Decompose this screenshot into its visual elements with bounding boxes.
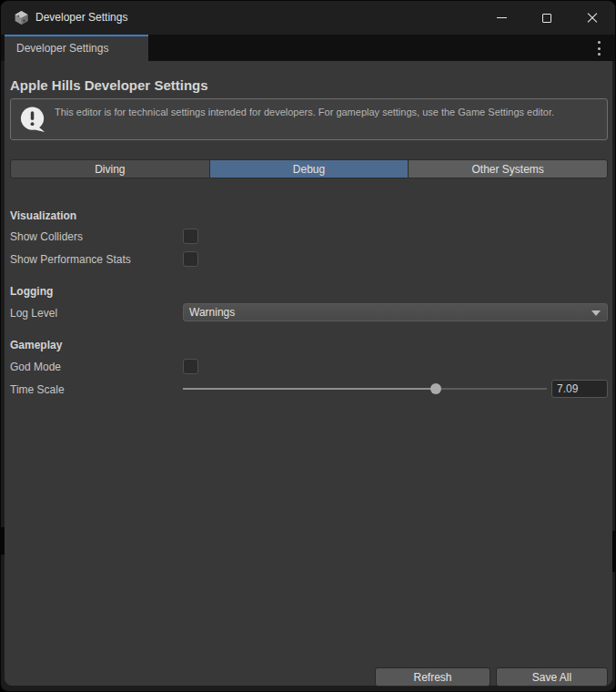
tab-developer-settings[interactable]: Developer Settings [5, 35, 148, 61]
window-title: Developer Settings [35, 1, 127, 35]
help-box-text: This editor is for technical settings in… [55, 106, 606, 119]
maximize-button[interactable] [524, 1, 570, 35]
time-scale-label: Time Scale [10, 383, 65, 396]
section-title-gameplay: Gameplay [10, 339, 62, 351]
caption-buttons [479, 1, 615, 35]
close-button[interactable] [570, 1, 615, 35]
settings-toolbar: Diving Debug Other Systems [10, 159, 608, 178]
section-title-logging: Logging [10, 285, 53, 298]
show-colliders-checkbox[interactable] [183, 229, 198, 244]
toolbar-tab-debug[interactable]: Debug [210, 160, 409, 178]
log-level-dropdown[interactable]: Warnings [183, 303, 608, 321]
minimize-icon [497, 17, 507, 18]
time-scale-slider[interactable] [183, 388, 547, 390]
show-performance-stats-checkbox[interactable] [183, 251, 198, 267]
refresh-button[interactable]: Refresh [375, 667, 490, 687]
help-box: This editor is for technical settings in… [10, 98, 608, 140]
toolbar-tab-diving[interactable]: Diving [11, 160, 210, 178]
chevron-down-icon [591, 310, 601, 316]
show-colliders-label: Show Colliders [10, 230, 83, 243]
time-scale-handle[interactable] [430, 383, 441, 394]
time-scale-fill [183, 388, 436, 390]
god-mode-checkbox[interactable] [183, 359, 198, 374]
settings-content: Apple Hills Developer Settings This edit… [5, 61, 612, 686]
log-level-label: Log Level [10, 307, 57, 320]
minimize-button[interactable] [479, 1, 524, 35]
close-icon [587, 13, 598, 24]
editor-tabbar: Developer Settings [1, 35, 615, 61]
section-title-visualization: Visualization [10, 209, 76, 222]
god-mode-label: God Mode [10, 361, 61, 373]
page-title: Apple Hills Developer Settings [10, 77, 208, 93]
time-scale-field[interactable]: 7.09 [551, 380, 608, 398]
log-level-value: Warnings [189, 304, 235, 321]
developer-settings-window: Developer Settings Developer Settings Ap… [0, 0, 616, 692]
unity-cube-icon [14, 10, 29, 25]
kebab-menu-icon[interactable] [597, 41, 601, 56]
info-bubble-icon [19, 106, 47, 134]
maximize-icon [542, 14, 551, 23]
show-performance-stats-label: Show Performance Stats [10, 253, 131, 266]
save-all-button[interactable]: Save All [496, 667, 608, 687]
toolbar-tab-other-systems[interactable]: Other Systems [409, 160, 607, 178]
window-titlebar[interactable]: Developer Settings [1, 1, 615, 35]
